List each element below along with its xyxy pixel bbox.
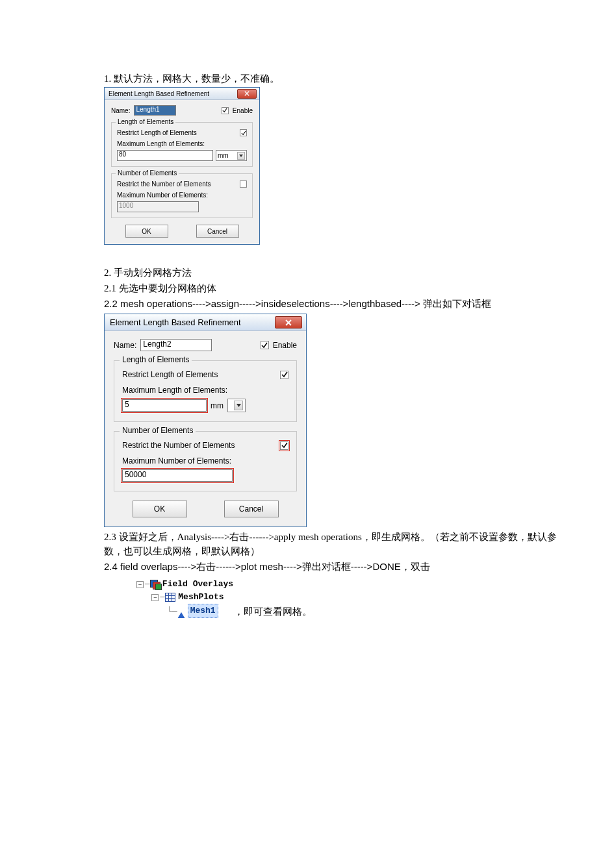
max-length-input[interactable]: 80: [117, 150, 213, 161]
field-overlays-icon: [150, 580, 160, 589]
cancel-button[interactable]: Cancel: [224, 501, 279, 517]
restrict-number-checkbox[interactable]: [280, 441, 288, 450]
section-1-heading: 1. 默认方法，网格大，数量少，不准确。: [104, 71, 572, 86]
max-number-label: Maximum Number of Elements:: [122, 456, 288, 465]
max-length-input[interactable]: 5: [122, 399, 207, 412]
collapse-icon[interactable]: −: [151, 594, 159, 601]
tree-label-selected: Mesh1: [188, 604, 218, 618]
collapse-icon[interactable]: −: [136, 581, 144, 588]
unit-select[interactable]: mm: [216, 150, 247, 161]
ok-button[interactable]: OK: [133, 501, 187, 517]
length-group-legend: Length of Elements: [116, 118, 175, 125]
unit-label: mm: [211, 401, 224, 410]
enable-checkbox[interactable]: [222, 107, 229, 114]
enable-checkbox[interactable]: [261, 341, 269, 349]
max-number-input[interactable]: 50000: [122, 469, 233, 482]
unit-value: mm: [218, 152, 229, 159]
tree-label: MeshPlots: [178, 591, 224, 604]
max-length-label: Maximum Length of Elements:: [117, 140, 247, 147]
section-2-3: 2.3 设置好之后，Analysis---->右击------>apply me…: [104, 530, 572, 558]
number-group: Number of Elements Restrict the Number o…: [111, 173, 253, 218]
section-2-4: 2.4 field overlaps---->右击------>plot mes…: [104, 560, 572, 574]
restrict-length-checkbox[interactable]: [240, 129, 247, 136]
number-group: Number of Elements Restrict the Number o…: [114, 431, 297, 491]
tree-node-field-overlays[interactable]: − ─ Field Overlays: [136, 578, 572, 591]
name-label: Name:: [111, 107, 130, 114]
restrict-length-checkbox[interactable]: [280, 371, 288, 379]
name-input[interactable]: Length2: [140, 339, 212, 351]
restrict-length-label: Restrict Length of Elements: [117, 129, 197, 136]
tree-view: − ─ Field Overlays − ─ MeshPlots └─ Mesh…: [136, 578, 572, 618]
section-2-1: 2.1 先选中要划分网格的体: [104, 281, 572, 295]
close-icon[interactable]: [275, 316, 302, 329]
max-number-input: 1000: [117, 201, 199, 212]
length-group: Length of Elements Restrict Length of El…: [111, 122, 253, 167]
restrict-number-label: Restrict the Number of Elements: [117, 180, 211, 188]
unit-select[interactable]: [227, 399, 246, 412]
dialog-titlebar[interactable]: Element Length Based Refinement: [105, 88, 259, 100]
name-label: Name:: [114, 341, 136, 350]
refinement-dialog-2: Element Length Based Refinement Name: Le…: [104, 314, 307, 527]
mesh-icon: [177, 612, 185, 618]
chevron-down-icon: [237, 152, 245, 160]
tree-node-mesh1[interactable]: └─ Mesh1 ，即可查看网格。: [136, 604, 572, 618]
chevron-down-icon: [234, 401, 243, 410]
restrict-number-checkbox[interactable]: [240, 180, 247, 188]
enable-label: Enable: [233, 107, 253, 114]
max-length-label: Maximum Length of Elements:: [122, 386, 288, 395]
meshplots-icon: [165, 593, 175, 602]
enable-label: Enable: [273, 341, 297, 350]
dialog-title: Element Length Based Refinement: [109, 90, 209, 97]
dialog-titlebar[interactable]: Element Length Based Refinement: [105, 314, 306, 331]
restrict-number-label: Restrict the Number of Elements: [122, 441, 235, 450]
close-icon[interactable]: [237, 89, 257, 99]
name-input[interactable]: Length1: [134, 105, 175, 116]
length-group: Length of Elements Restrict Length of El…: [114, 360, 297, 422]
dialog-title: Element Length Based Refinement: [110, 317, 241, 327]
number-group-legend: Number of Elements: [116, 169, 179, 177]
tree-node-meshplots[interactable]: − ─ MeshPlots: [136, 591, 572, 604]
restrict-length-label: Restrict Length of Elements: [122, 370, 218, 379]
max-number-label: Maximum Number of Elements:: [117, 192, 247, 199]
ok-button[interactable]: OK: [125, 225, 168, 238]
refinement-dialog-1: Element Length Based Refinement Name: Le…: [104, 87, 260, 245]
section-2-2: 2.2 mesh operations---->assign----->insi…: [104, 297, 572, 311]
cancel-button[interactable]: Cancel: [196, 225, 239, 238]
section-2-heading: 2. 手动划分网格方法: [104, 266, 572, 280]
number-group-legend: Number of Elements: [120, 426, 196, 435]
length-group-legend: Length of Elements: [120, 355, 192, 364]
tree-suffix-text: ，即可查看网格。: [234, 605, 312, 618]
tree-label: Field Overlays: [162, 578, 233, 591]
